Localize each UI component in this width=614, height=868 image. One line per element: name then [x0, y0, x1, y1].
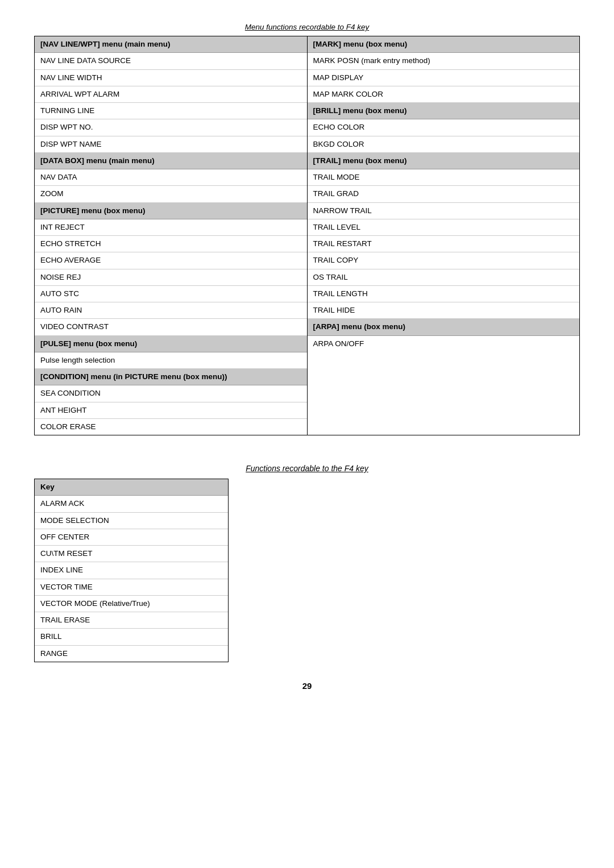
table-cell: TRAIL MODE	[308, 169, 580, 186]
fn-table-row: VECTOR TIME	[35, 579, 228, 595]
fn-table-cell: BRILL	[35, 629, 228, 645]
table-row: TRAIL MODE	[308, 169, 580, 186]
table-cell: ANT HEIGHT	[35, 402, 307, 418]
table-row: TRAIL COPY	[308, 252, 580, 269]
section-header-row: [NAV LINE/WPT] menu (main menu)	[35, 36, 307, 53]
fn-table-row: CU\TM RESET	[35, 546, 228, 562]
table-row: Pulse length selection	[35, 352, 307, 368]
table-cell: ARPA ON/OFF	[308, 335, 580, 352]
table-cell: ECHO COLOR	[308, 119, 580, 136]
right-section-table: [MARK] menu (box menu)MARK POSN (mark en…	[308, 36, 580, 352]
table-cell: DISP WPT NO.	[35, 119, 307, 136]
table-cell: NAV LINE DATA SOURCE	[35, 53, 307, 69]
table-cell: NARROW TRAIL	[308, 202, 580, 219]
table1-title: Menu functions recordable to F4 key	[34, 23, 580, 31]
table-row: NAV LINE WIDTH	[35, 69, 307, 86]
table-row: SEA CONDITION	[35, 385, 307, 402]
table-row: TURNING LINE	[35, 103, 307, 119]
section-header-row: [PULSE] menu (box menu)	[35, 335, 307, 352]
table-row: BKGD COLOR	[308, 136, 580, 152]
section-header-row: [DATA BOX] menu (main menu)	[35, 152, 307, 169]
table-row: OS TRAIL	[308, 269, 580, 285]
section-header-row: [PICTURE] menu (box menu)	[35, 202, 307, 219]
table-row: DISP WPT NAME	[35, 136, 307, 152]
table-row: MAP DISPLAY	[308, 69, 580, 86]
section-header-cell: [TRAIL] menu (box menu)	[308, 152, 580, 169]
table-row: TRAIL HIDE	[308, 302, 580, 319]
table-row: ZOOM	[35, 186, 307, 202]
fn-header-cell: Key	[35, 479, 228, 496]
section-header-cell: [BRILL] menu (box menu)	[308, 103, 580, 119]
fn-table-cell: VECTOR MODE (Relative/True)	[35, 595, 228, 612]
table-row: NARROW TRAIL	[308, 202, 580, 219]
section-header-cell: [NAV LINE/WPT] menu (main menu)	[35, 36, 307, 53]
fn-table-cell: RANGE	[35, 645, 228, 662]
main-table: [NAV LINE/WPT] menu (main menu)NAV LINE …	[34, 36, 580, 435]
section-header-row: [BRILL] menu (box menu)	[308, 103, 580, 119]
table-cell: SEA CONDITION	[35, 385, 307, 402]
table-cell: VIDEO CONTRAST	[35, 319, 307, 335]
section-header-cell: [DATA BOX] menu (main menu)	[35, 152, 307, 169]
table-row: ARPA ON/OFF	[308, 335, 580, 352]
table-cell: AUTO RAIN	[35, 302, 307, 319]
table-row: ARRIVAL WPT ALARM	[35, 86, 307, 102]
table-row: MARK POSN (mark entry method)	[308, 53, 580, 69]
table-cell: TRAIL GRAD	[308, 186, 580, 202]
table2-title: Functions recordable to the F4 key	[34, 464, 580, 473]
fn-table-cell: INDEX LINE	[35, 562, 228, 579]
table-cell: DISP WPT NAME	[35, 136, 307, 152]
table-row: ECHO AVERAGE	[35, 252, 307, 269]
section-header-row: [ARPA] menu (box menu)	[308, 319, 580, 335]
table-cell: TRAIL RESTART	[308, 236, 580, 252]
section-header-row: [CONDITION] menu (in PICTURE menu (box m…	[35, 369, 307, 385]
table-row: TRAIL GRAD	[308, 186, 580, 202]
table-cell: COLOR ERASE	[35, 418, 307, 435]
table-cell: ARRIVAL WPT ALARM	[35, 86, 307, 102]
table-row: TRAIL LENGTH	[308, 285, 580, 302]
table-row: NAV DATA	[35, 169, 307, 186]
table-row: NOISE REJ	[35, 269, 307, 285]
table-cell: ECHO AVERAGE	[35, 252, 307, 269]
left-section-table: [NAV LINE/WPT] menu (main menu)NAV LINE …	[35, 36, 307, 435]
fn-table-row: MODE SELECTION	[35, 512, 228, 529]
section-header-cell: [CONDITION] menu (in PICTURE menu (box m…	[35, 369, 307, 385]
table-cell: TRAIL LEVEL	[308, 219, 580, 235]
table-cell: MARK POSN (mark entry method)	[308, 53, 580, 69]
fn-table-row: VECTOR MODE (Relative/True)	[35, 595, 228, 612]
table-row: ANT HEIGHT	[35, 402, 307, 418]
table-row: ECHO STRETCH	[35, 236, 307, 252]
table-cell: NOISE REJ	[35, 269, 307, 285]
fn-table-cell: CU\TM RESET	[35, 546, 228, 562]
table-cell: BKGD COLOR	[308, 136, 580, 152]
fn-table-cell: OFF CENTER	[35, 529, 228, 545]
page-number: 29	[34, 681, 580, 691]
fn-table-cell: VECTOR TIME	[35, 579, 228, 595]
fn-table-row: ALARM ACK	[35, 496, 228, 512]
fn-table-row: RANGE	[35, 645, 228, 662]
table-cell: NAV DATA	[35, 169, 307, 186]
section-header-row: [TRAIL] menu (box menu)	[308, 152, 580, 169]
table-cell: TRAIL LENGTH	[308, 285, 580, 302]
table-cell: NAV LINE WIDTH	[35, 69, 307, 86]
table-cell: MAP DISPLAY	[308, 69, 580, 86]
table-cell: TURNING LINE	[35, 103, 307, 119]
section-header-cell: [PICTURE] menu (box menu)	[35, 202, 307, 219]
section-header-cell: [PULSE] menu (box menu)	[35, 335, 307, 352]
functions-table-wrapper: KeyALARM ACKMODE SELECTIONOFF CENTERCU\T…	[34, 479, 229, 662]
section-header-cell: [MARK] menu (box menu)	[308, 36, 580, 53]
fn-table-cell: ALARM ACK	[35, 496, 228, 512]
table-cell: INT REJECT	[35, 219, 307, 235]
table-row: INT REJECT	[35, 219, 307, 235]
table-row: AUTO STC	[35, 285, 307, 302]
fn-table-row: TRAIL ERASE	[35, 612, 228, 629]
table-row: DISP WPT NO.	[35, 119, 307, 136]
table-row: TRAIL RESTART	[308, 236, 580, 252]
table-cell: TRAIL HIDE	[308, 302, 580, 319]
table-cell: ECHO STRETCH	[35, 236, 307, 252]
table-row: AUTO RAIN	[35, 302, 307, 319]
fn-table-cell: TRAIL ERASE	[35, 612, 228, 629]
fn-table-row: INDEX LINE	[35, 562, 228, 579]
table-row: MAP MARK COLOR	[308, 86, 580, 102]
fn-table-row: BRILL	[35, 629, 228, 645]
section-header-row: [MARK] menu (box menu)	[308, 36, 580, 53]
